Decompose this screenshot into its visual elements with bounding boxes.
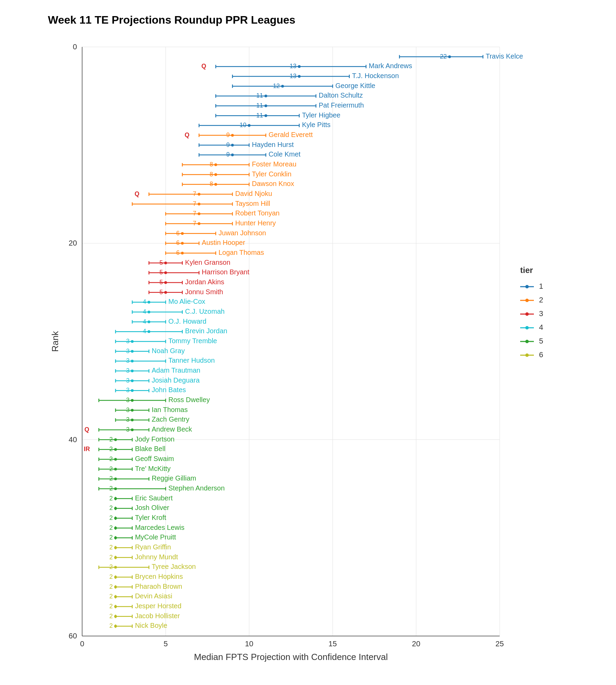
- svg-text:Jonnu Smith: Jonnu Smith: [185, 288, 223, 296]
- svg-text:3: 3: [126, 416, 129, 423]
- svg-text:MyCole Pruitt: MyCole Pruitt: [135, 533, 176, 541]
- svg-text:Tommy Tremble: Tommy Tremble: [168, 337, 217, 345]
- svg-text:11: 11: [256, 112, 263, 119]
- svg-text:Hunter Henry: Hunter Henry: [235, 219, 276, 227]
- svg-text:Q: Q: [201, 63, 206, 70]
- svg-text:Juwan Johnson: Juwan Johnson: [218, 229, 266, 237]
- svg-text:Blake Bell: Blake Bell: [135, 445, 165, 452]
- svg-text:13: 13: [290, 63, 296, 70]
- svg-point-246: [131, 409, 133, 412]
- svg-point-76: [231, 134, 234, 137]
- svg-point-296: [114, 487, 117, 490]
- svg-point-278: [114, 458, 117, 461]
- svg-point-397: [525, 340, 529, 343]
- svg-text:2: 2: [110, 563, 113, 570]
- svg-text:Logan Thomas: Logan Thomas: [218, 249, 264, 256]
- svg-point-162: [164, 271, 167, 274]
- svg-text:3: 3: [126, 357, 129, 364]
- svg-point-380: [114, 625, 117, 627]
- svg-text:6: 6: [176, 249, 180, 256]
- svg-point-83: [231, 144, 234, 147]
- svg-text:2: 2: [110, 456, 113, 462]
- svg-text:Kyle Pitts: Kyle Pitts: [302, 121, 330, 128]
- svg-text:Hayden Hurst: Hayden Hurst: [252, 141, 294, 148]
- svg-point-126: [198, 212, 201, 215]
- svg-text:2: 2: [110, 603, 113, 610]
- svg-text:8: 8: [209, 171, 213, 178]
- svg-text:Adam Trautman: Adam Trautman: [152, 366, 200, 374]
- svg-text:2: 2: [110, 505, 113, 511]
- svg-text:Brycen Hopkins: Brycen Hopkins: [135, 573, 183, 580]
- svg-text:Travis Kelce: Travis Kelce: [486, 52, 523, 60]
- svg-text:1: 1: [539, 282, 543, 290]
- svg-text:Dawson Knox: Dawson Knox: [252, 180, 294, 187]
- svg-text:20: 20: [69, 239, 77, 247]
- svg-text:Tanner Hudson: Tanner Hudson: [168, 357, 215, 364]
- svg-text:Mark Andrews: Mark Andrews: [369, 62, 412, 70]
- svg-text:9: 9: [226, 132, 230, 138]
- svg-text:John Bates: John Bates: [152, 386, 186, 394]
- svg-text:Eric Saubert: Eric Saubert: [135, 494, 172, 502]
- svg-text:2: 2: [110, 475, 113, 482]
- svg-point-156: [164, 262, 167, 264]
- svg-text:2: 2: [110, 544, 113, 551]
- svg-text:2: 2: [110, 534, 113, 541]
- svg-text:Johnny Mundt: Johnny Mundt: [135, 553, 178, 561]
- svg-text:Dalton Schultz: Dalton Schultz: [319, 91, 363, 99]
- svg-text:C.J. Uzomah: C.J. Uzomah: [185, 308, 225, 315]
- svg-text:9: 9: [226, 141, 230, 148]
- svg-point-302: [114, 497, 117, 500]
- svg-text:15: 15: [329, 639, 337, 648]
- svg-text:2: 2: [110, 613, 113, 620]
- svg-text:60: 60: [69, 632, 77, 640]
- svg-text:2: 2: [539, 296, 543, 304]
- svg-text:Josiah Deguara: Josiah Deguara: [152, 376, 200, 384]
- svg-text:2: 2: [110, 436, 113, 443]
- svg-text:Tyler Kroft: Tyler Kroft: [135, 514, 166, 521]
- svg-text:7: 7: [193, 220, 196, 227]
- svg-text:3: 3: [126, 407, 129, 413]
- svg-text:2: 2: [110, 485, 113, 492]
- svg-text:4: 4: [143, 308, 146, 315]
- svg-text:3: 3: [126, 348, 129, 354]
- svg-point-192: [147, 321, 150, 323]
- svg-point-252: [131, 419, 133, 421]
- svg-text:4: 4: [143, 318, 146, 325]
- svg-point-46: [281, 85, 284, 88]
- svg-text:Taysom Hill: Taysom Hill: [235, 200, 270, 207]
- svg-text:3: 3: [126, 387, 129, 394]
- svg-point-168: [164, 281, 167, 284]
- svg-point-138: [181, 232, 184, 235]
- svg-text:25: 25: [496, 639, 504, 648]
- svg-point-228: [131, 379, 133, 382]
- svg-point-180: [147, 301, 150, 303]
- svg-text:Nick Boyle: Nick Boyle: [135, 622, 167, 629]
- svg-text:0: 0: [73, 42, 77, 51]
- svg-text:2: 2: [110, 524, 113, 531]
- svg-point-314: [114, 517, 117, 520]
- chart-area: 05101520250204060Median FPTS Projection …: [48, 33, 609, 663]
- svg-point-391: [525, 312, 529, 316]
- svg-point-234: [131, 389, 133, 392]
- svg-point-400: [525, 353, 529, 357]
- svg-point-240: [131, 399, 133, 402]
- svg-text:2: 2: [110, 514, 113, 521]
- svg-text:3: 3: [126, 426, 129, 433]
- svg-point-290: [114, 477, 117, 480]
- svg-text:40: 40: [69, 435, 77, 444]
- svg-text:5: 5: [159, 269, 163, 276]
- svg-text:5: 5: [159, 279, 163, 286]
- svg-point-70: [248, 124, 251, 127]
- svg-text:Devin Asiasi: Devin Asiasi: [135, 592, 172, 600]
- svg-text:Zach Gentry: Zach Gentry: [152, 415, 189, 423]
- svg-point-89: [231, 153, 234, 156]
- svg-text:8: 8: [209, 161, 213, 168]
- svg-text:David Njoku: David Njoku: [235, 190, 272, 197]
- svg-text:Jordan Akins: Jordan Akins: [185, 278, 224, 286]
- svg-text:2: 2: [110, 583, 113, 590]
- svg-text:Q: Q: [134, 190, 139, 197]
- svg-text:Austin Hooper: Austin Hooper: [202, 239, 245, 246]
- svg-text:7: 7: [193, 200, 196, 207]
- svg-point-216: [131, 360, 133, 362]
- svg-point-150: [181, 252, 184, 254]
